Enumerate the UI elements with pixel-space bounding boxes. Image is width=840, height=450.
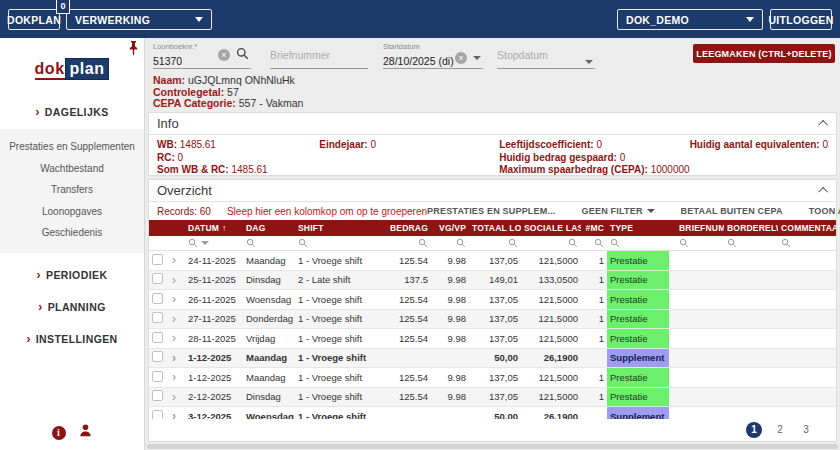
- overzicht-panel-header[interactable]: Overzicht: [149, 180, 836, 202]
- loonboeknr-field[interactable]: Loonboeknr.* 51370: [153, 42, 251, 69]
- row-expand-icon[interactable]: [172, 255, 176, 266]
- collapse-icon[interactable]: [818, 120, 828, 130]
- row-expand-icon[interactable]: [172, 411, 176, 419]
- environment-select[interactable]: DOK_DEMO: [617, 9, 763, 30]
- filter-shift[interactable]: [295, 238, 381, 248]
- filter-datum[interactable]: [185, 238, 243, 248]
- row-checkbox[interactable]: [152, 254, 163, 265]
- cell-datum: 27-11-2025: [185, 313, 243, 324]
- sidebar-item-loonopgaves[interactable]: Loonopgaves: [0, 201, 144, 223]
- table-row[interactable]: 24-11-2025 Maandag 1 - Vroege shift 125.…: [149, 251, 836, 271]
- chevron-down-icon[interactable]: [585, 60, 593, 64]
- cell-sociale-last: 133,0500: [521, 274, 581, 285]
- column-header-datum[interactable]: DATUM: [185, 223, 243, 233]
- column-header-dag[interactable]: DAG: [243, 223, 295, 233]
- cell-type: Prestatie: [607, 310, 669, 329]
- row-checkbox[interactable]: [152, 273, 163, 284]
- sidebar-item-periodiek[interactable]: PERIODIEK: [0, 263, 144, 287]
- filter-mc[interactable]: [581, 238, 607, 248]
- row-checkbox[interactable]: [152, 293, 163, 304]
- filter-vgvp[interactable]: [431, 238, 469, 248]
- row-expand-icon[interactable]: [172, 294, 176, 305]
- sidebar-item-dagelijks[interactable]: DAGELIJKS: [0, 100, 144, 124]
- filter-sociale-last[interactable]: [521, 238, 581, 248]
- column-header-shift[interactable]: SHIFT: [295, 223, 381, 233]
- table-row[interactable]: 1-12-2025 Maandag 1 - Vroege shift 125.5…: [149, 368, 836, 388]
- cell-type: Prestatie: [607, 368, 669, 387]
- chevron-down-icon: [195, 17, 203, 22]
- sidebar-item-geschiedenis[interactable]: Geschiedenis: [0, 222, 144, 244]
- info-icon[interactable]: [52, 426, 66, 440]
- sidebar-item-prestaties[interactable]: Prestaties en Supplementen: [0, 136, 144, 158]
- filter-briefnum[interactable]: [676, 238, 724, 248]
- table-row[interactable]: 2-12-2025 Dinsdag 1 - Vroege shift 125.5…: [149, 388, 836, 408]
- column-header-mc[interactable]: #MC: [581, 223, 607, 233]
- cell-datum: 2-12-2025: [185, 391, 243, 402]
- module-select[interactable]: VERWERKING: [66, 9, 212, 30]
- row-checkbox[interactable]: [152, 410, 163, 419]
- toon-actieve-select[interactable]: TOON ACTIEVE: [809, 206, 840, 216]
- row-checkbox[interactable]: [152, 312, 163, 323]
- row-expand-icon[interactable]: [172, 372, 176, 383]
- collapse-icon[interactable]: [818, 187, 828, 197]
- column-header-type[interactable]: TYPE: [607, 223, 669, 233]
- page-button-1[interactable]: 1: [746, 422, 762, 438]
- column-header-commentaar[interactable]: COMMENTAAR: [778, 223, 836, 233]
- equivalenten-value: 0: [822, 139, 828, 150]
- table-row[interactable]: 3-12-2025 Woensdag 1 - Vroege shift 50,0…: [149, 407, 836, 419]
- pin-icon[interactable]: [128, 41, 139, 60]
- user-icon[interactable]: [78, 423, 93, 442]
- sidebar-item-planning[interactable]: PLANNING: [0, 295, 144, 319]
- filter-dag[interactable]: [243, 238, 295, 248]
- cell-sociale-last: 121,5000: [521, 372, 581, 383]
- column-header-sociale-last[interactable]: SOCIALE LAST...: [521, 223, 581, 233]
- filter-bedrag[interactable]: [381, 238, 431, 248]
- column-header-borderel[interactable]: BORDERELWE...: [724, 223, 778, 233]
- stopdatum-field[interactable]: Stopdatum: [497, 42, 595, 69]
- table-row[interactable]: 1-12-2025 Maandag 1 - Vroege shift 50,00…: [149, 349, 836, 369]
- table-row[interactable]: 28-11-2025 Vrijdag 1 - Vroege shift 125.…: [149, 329, 836, 349]
- table-row[interactable]: 27-11-2025 Donderdag 1 - Vroege shift 12…: [149, 310, 836, 330]
- row-expand-icon[interactable]: [172, 392, 176, 403]
- row-expand-icon[interactable]: [172, 353, 176, 364]
- sidebar-item-wachtbestand[interactable]: Wachtbestand: [0, 158, 144, 180]
- row-checkbox[interactable]: [152, 351, 163, 362]
- column-header-briefnum[interactable]: BRIEFNUM...: [676, 223, 724, 233]
- clear-icon[interactable]: [218, 49, 230, 61]
- leegmaken-button[interactable]: LEEGMAKEN (CTRL+DELETE): [693, 44, 835, 63]
- row-checkbox[interactable]: [152, 332, 163, 343]
- brand-button[interactable]: DOKPLAN: [8, 9, 60, 30]
- sidebar-item-transfers[interactable]: Transfers: [0, 179, 144, 201]
- logout-button[interactable]: UITLOGGEN: [770, 9, 832, 30]
- chevron-down-icon[interactable]: [473, 56, 481, 60]
- cell-sociale-last: 121,5000: [521, 333, 581, 344]
- horizontal-scrollbar[interactable]: [147, 444, 838, 449]
- table-row[interactable]: 26-11-2025 Woensdag 1 - Vroege shift 125…: [149, 290, 836, 310]
- filter-select[interactable]: GEEN FILTER: [582, 206, 655, 216]
- row-expand-icon[interactable]: [172, 275, 176, 286]
- column-header-vgvp[interactable]: VG/VP: [431, 223, 469, 233]
- filter-totaal-loon[interactable]: [469, 238, 521, 248]
- row-expand-icon[interactable]: [172, 333, 176, 344]
- search-icon[interactable]: [236, 46, 249, 64]
- row-checkbox[interactable]: [152, 390, 163, 401]
- cell-sociale-last: 121,5000: [521, 391, 581, 402]
- page-button-3[interactable]: 3: [798, 422, 814, 438]
- startdatum-field[interactable]: Startdatum 28/10/2025 (di): [383, 42, 483, 69]
- column-header-bedrag[interactable]: BEDRAG: [381, 223, 431, 233]
- cell-dag: Woensdag: [243, 411, 295, 419]
- page-button-2[interactable]: 2: [772, 422, 788, 438]
- filter-borderel[interactable]: [724, 238, 778, 248]
- briefnummer-field[interactable]: Briefnummer: [270, 42, 368, 69]
- clear-icon[interactable]: [455, 52, 467, 64]
- sidebar-item-instellingen[interactable]: INSTELLINGEN: [0, 327, 144, 351]
- info-panel-header[interactable]: Info: [149, 113, 836, 135]
- row-expand-icon[interactable]: [172, 314, 176, 325]
- row-checkbox[interactable]: [152, 371, 163, 382]
- prestaties-supplementen-button[interactable]: PRESTATIES EN SUPPLEM...: [427, 206, 555, 216]
- filter-commentaar[interactable]: [778, 238, 836, 248]
- table-row[interactable]: 25-11-2025 Dinsdag 2 - Late shift 137.5 …: [149, 271, 836, 291]
- betaal-buiten-cepa-button[interactable]: BETAAL BUITEN CEPA: [681, 206, 783, 216]
- column-header-totaal-loon[interactable]: TOTAAL LOON: [469, 223, 521, 233]
- filter-type[interactable]: [607, 238, 669, 248]
